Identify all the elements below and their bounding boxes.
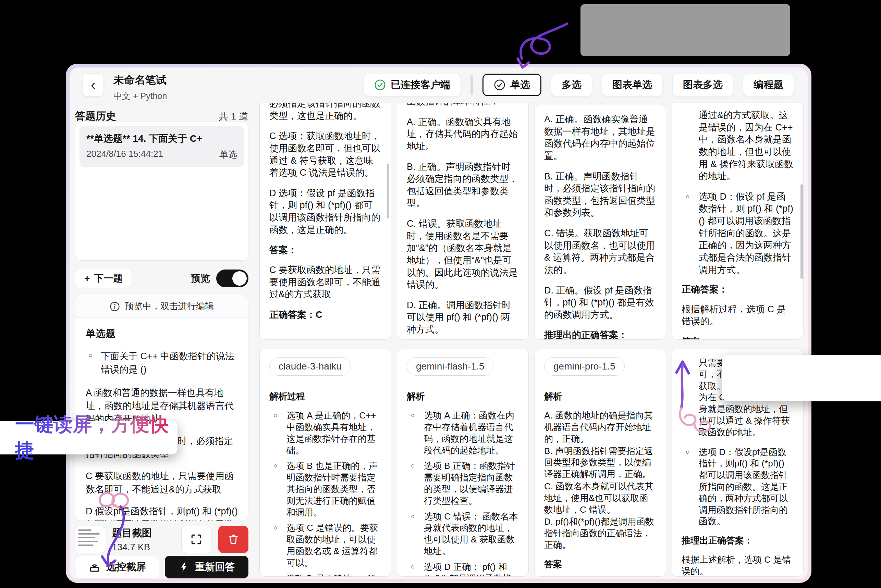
tab-label: 图表多选 [683,78,723,92]
answers-area[interactable]: 必须指定该指针指向的函数类型，这也是正确的。C 选项：获取函数地址时，使用函数名… [259,103,804,577]
scrollbar-thumb[interactable] [387,164,389,219]
tab-multi-choice[interactable]: 多选 [551,74,592,96]
banner-line: 八个 AI 强力备战 [737,356,881,378]
answer-heading: 答案： [681,336,794,340]
answer-heading: 解析 [544,391,656,402]
screen: ‹ 未命名笔试 中文 + Python 已连接客户端 [0,0,881,588]
preview-banner-text: 预览中，双击进行编辑 [125,300,214,312]
up-arrow-doodle [671,357,722,439]
answer-card-bottom-2[interactable]: gemini-flash-1.5解析选项 A 正确：函数在内存中存储着机器语言代… [397,349,529,577]
tab-label: 编程题 [753,78,783,92]
next-question-button[interactable]: + 下一题 [75,269,132,288]
history-item-tag: 单选 [219,148,237,160]
answer-bullet: 选项 C 错误： 函数名本身就代表函数的地址，也可以使用 & 获取函数地址。 [407,511,519,557]
question-stem: 下面关于 C++ 中函数指针的说法错误的是 () [86,350,238,376]
page-subtitle: 中文 + Python [113,90,167,102]
answer-column-4: 通过&的方式获取。这是错误的，因为在 C++ 中，函数名本身就是函数的地址，但也… [672,103,804,577]
preview-toggle[interactable] [216,270,248,287]
model-badge: gemini-flash-1.5 [407,357,493,376]
header-divider [471,75,473,95]
answer-heading: 推理出正确答案： [681,535,794,547]
back-chevron-icon: ‹ [91,77,96,93]
answer-heading: 解析 [407,391,519,402]
answer-paragraph: 函数指针的基本特性： [407,103,519,108]
answer-paragraph: B. 正确。声明函数指针时，必须指定该指针指向的函数类型，包括返回值类型和参数列… [544,171,656,219]
next-question-row: + 下一题 预览 [75,269,248,288]
fullscreen-icon [190,533,203,546]
answer-card-top-1[interactable]: 必须指定该指针指向的函数类型，这也是正确的。C 选项：获取函数地址时，使用函数名… [259,103,391,340]
history-item[interactable]: **单选题** 14. 下面关于 C+ 2024/8/16 15:44:21 单… [80,126,244,167]
answer-heading: 正确答案：C [269,309,381,321]
model-badge: gemini-pro-1.5 [544,357,625,376]
answer-bullet: 选项 D 正确： pf() 和 (*pf)() 都是调用函数指针指向的函数的有效… [407,561,519,577]
banner-line: 一键读屏，方便快捷 [15,412,177,464]
answer-card-top-2[interactable]: 函数指针的基本特性：A. 正确。函数确实具有地址，存储其代码的内存起始地址。B.… [397,103,529,340]
answer-paragraph: D. 正确。假设 pf 是函数指针，pf() 和 (*pf)() 都是有效的函数… [544,285,656,321]
answer-paragraph: A. 正确。函数确实像普通数据一样有地址，其地址是函数代码在内存中的起始位置。 [544,113,656,162]
banner-line: 选择题、读图题、代码题 [595,10,790,55]
history-count: 共 1 道 [219,110,248,123]
answer-paragraph: 根据解析过程，选项 C 是错误的。 [681,303,794,328]
answer-bullet: 选项 A 正确：函数在内存中存储着机器语言代码，函数的地址就是这段代码的起始地址… [407,410,519,456]
tab-single-choice[interactable]: 单选 [483,74,541,96]
banner-line: 正确思路手到擒来 [737,378,881,400]
question-type: 单选题 [86,327,238,341]
model-badge: claude-3-haiku [269,357,351,376]
history-header: 答题历史 共 1 道 [75,109,248,123]
answer-bullet: 选项 A 是正确的，C++ 中函数确实具有地址，这是函数指针存在的基础。 [269,410,381,456]
answer-paragraph: C. 错误。获取函数地址可以使用函数名，也可以使用 & 运算符。两种方式都是合法… [544,227,656,276]
answer-card-top-4[interactable]: 通过&的方式获取。这是错误的，因为在 C++ 中，函数名本身就是函数的地址，但也… [672,103,804,340]
answer-heading: 解析过程 [269,391,381,402]
app-window: ‹ 未命名笔试 中文 + Python 已连接客户端 [66,64,812,583]
answer-paragraph: C 要获取函数的地址，只需要使用函数名即可，不能通过&的方式获取 [269,264,381,301]
answer-card-bottom-1[interactable]: claude-3-haiku解析过程选项 A 是正确的，C++ 中函数确实具有地… [259,349,391,577]
answer-bullet: 选项 B 也是正确的，声明函数指针时需要指定其指向的函数类型，否则无法进行正确的… [269,460,381,518]
trash-icon [227,533,239,546]
answer-column-1: 必须指定该指针指向的函数类型，这也是正确的。C 选项：获取函数地址时，使用函数名… [259,103,391,577]
page-title: 未命名笔试 [113,73,167,87]
answer-line: A. 函数的地址的确是指向其机器语言代码内存开始地址的，正确。 [544,410,656,444]
header-titles: 未命名笔试 中文 + Python [113,73,167,102]
answer-paragraph: D. 正确。调用函数指针时可以使用 pf() 和 (*pf)() 两种方式。 [407,299,519,336]
history-item-title: **单选题** 14. 下面关于 C+ [86,132,237,145]
marketing-banner-left: 一键读屏，方便快捷 [0,421,177,454]
delete-screenshot-button[interactable] [218,526,248,553]
scrollbar-thumb[interactable] [800,184,803,279]
client-status-label: 已连接客户端 [391,78,450,92]
answer-bullet: 选项 D 是正确的。 pf() 和 (*pf)() 都可以调用函数指针所指向的函… [269,573,381,577]
answer-line: D. pf()和(*pf)()都是调用函数指针指向函数的正确语法，正确。 [544,516,656,550]
back-button[interactable]: ‹ [83,73,104,97]
answer-heading: 答案 [544,558,656,570]
answer-paragraph: D 选项：假设 pf 是函数指针，则 pf() 和 (*pf)() 都可以调用该… [269,188,381,236]
loop-arrow-doodle [86,484,152,574]
toggle-knob [232,271,247,286]
answer-line: B. 声明函数指针需要指定返回类型和参数类型，以便编译器正确解析调用，正确。 [544,446,656,480]
client-status-badge: 已连接客户端 [364,74,461,96]
preview-banner: 预览中，双击进行编辑 [75,295,248,318]
answer-columns: 必须指定该指针指向的函数类型，这也是正确的。C 选项：获取函数地址时，使用函数名… [259,103,804,577]
answer-paragraph: C 选项：获取函数地址时，使用函数名即可，但也可以通过 & 符号获取，这意味着选… [269,130,381,179]
check-circle-icon [374,79,386,91]
history-list: **单选题** 14. 下面关于 C+ 2024/8/16 15:44:21 单… [75,122,248,261]
lightning-icon [179,562,189,573]
history-item-time: 2024/8/16 15:44:21 [86,148,163,160]
answer-paragraph: A. 正确。函数确实具有地址，存储其代码的内存起始地址。 [407,116,519,153]
window-body: ‹ 未命名笔试 中文 + Python 已连接客户端 [69,68,808,579]
answer-column-3: A. 正确。函数确实像普通数据一样有地址，其地址是函数代码在内存中的起始位置。B… [534,103,666,577]
marketing-banner-right: 八个 AI 强力备战 正确思路手到擒来 [722,355,881,401]
answer-paragraph: B. 正确。声明函数指针时必须确定指向的函数类型，包括返回值类型和参数类型。 [407,161,519,210]
reanswer-button[interactable]: 重新回答 [165,556,248,578]
answer-paragraph-indent: 通过&的方式获取。这是错误的，因为在 C++ 中，函数名本身就是函数的地址，但也… [681,109,794,183]
answer-bullet: 选项 C 是错误的。要获取函数的地址，可以使用函数名或 & 运算符都可以。 [269,522,381,568]
reanswer-label: 重新回答 [195,560,235,574]
tab-label: 单选 [510,78,530,92]
answer-heading: 正确答案： [681,284,794,296]
answer-paragraph: 必须指定该指针指向的函数类型，这也是正确的。 [269,103,381,122]
answer-card-bottom-3[interactable]: gemini-pro-1.5解析A. 函数的地址的确是指向其机器语言代码内存开始… [534,349,666,577]
plus-icon: + [84,273,90,284]
answer-line: C. 函数名本身就可以代表其地址，使用&也可以获取函数地址，C 错误。 [544,481,656,515]
tab-label: 图表单选 [612,78,652,92]
answer-card-top-3[interactable]: A. 正确。函数确实像普通数据一样有地址，其地址是函数代码在内存中的起始位置。B… [534,105,666,340]
answer-bullet: 选项 D：假设pf是函数指针，则pf() 和 (*pf)() 都可以调用该函数指… [681,447,794,528]
fullscreen-button[interactable] [181,526,211,553]
